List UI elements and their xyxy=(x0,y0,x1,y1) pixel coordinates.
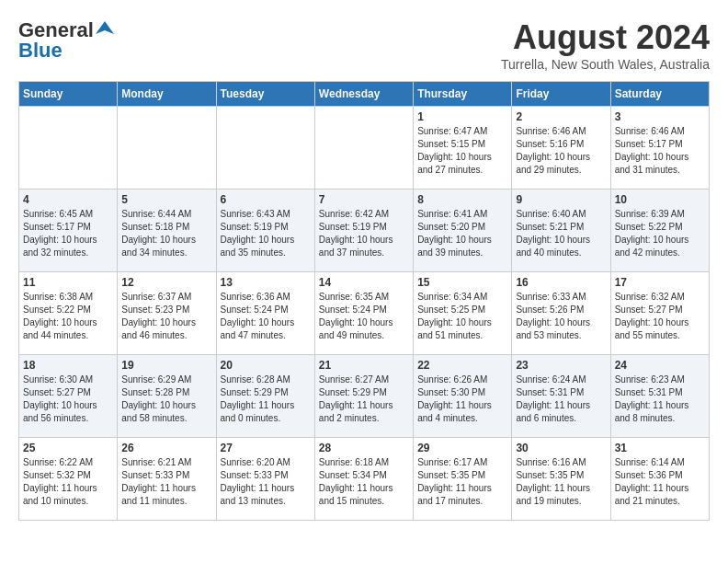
day-number: 20 xyxy=(221,359,311,372)
week-row-3: 11Sunrise: 6:38 AMSunset: 5:22 PMDayligh… xyxy=(19,272,710,355)
day-info: Sunrise: 6:24 AMSunset: 5:31 PMDaylight:… xyxy=(516,373,606,425)
day-number: 23 xyxy=(516,359,606,372)
day-number: 6 xyxy=(221,193,311,206)
week-row-2: 4Sunrise: 6:45 AMSunset: 5:17 PMDaylight… xyxy=(19,190,710,272)
day-info: Sunrise: 6:36 AMSunset: 5:24 PMDaylight:… xyxy=(221,291,311,342)
day-info: Sunrise: 6:46 AMSunset: 5:17 PMDaylight:… xyxy=(615,125,705,177)
day-number: 2 xyxy=(516,110,606,123)
calendar-cell: 14Sunrise: 6:35 AMSunset: 5:24 PMDayligh… xyxy=(314,272,413,355)
calendar-cell: 24Sunrise: 6:23 AMSunset: 5:31 PMDayligh… xyxy=(610,355,709,438)
calendar-cell: 13Sunrise: 6:36 AMSunset: 5:24 PMDayligh… xyxy=(216,272,314,355)
day-info: Sunrise: 6:17 AMSunset: 5:35 PMDaylight:… xyxy=(417,456,507,508)
day-info: Sunrise: 6:47 AMSunset: 5:15 PMDaylight:… xyxy=(417,125,507,177)
calendar-cell: 6Sunrise: 6:43 AMSunset: 5:19 PMDaylight… xyxy=(216,190,314,272)
day-number: 1 xyxy=(417,110,507,123)
calendar-cell: 1Sunrise: 6:47 AMSunset: 5:15 PMDaylight… xyxy=(414,107,512,190)
day-info: Sunrise: 6:33 AMSunset: 5:26 PMDaylight:… xyxy=(516,291,606,342)
calendar-cell: 29Sunrise: 6:17 AMSunset: 5:35 PMDayligh… xyxy=(414,438,512,521)
calendar-cell: 19Sunrise: 6:29 AMSunset: 5:28 PMDayligh… xyxy=(118,355,216,438)
calendar-cell: 28Sunrise: 6:18 AMSunset: 5:34 PMDayligh… xyxy=(314,438,413,521)
day-number: 16 xyxy=(516,276,606,289)
day-info: Sunrise: 6:32 AMSunset: 5:27 PMDaylight:… xyxy=(615,291,705,342)
day-info: Sunrise: 6:16 AMSunset: 5:35 PMDaylight:… xyxy=(516,456,606,508)
day-info: Sunrise: 6:14 AMSunset: 5:36 PMDaylight:… xyxy=(615,456,705,508)
calendar-cell: 12Sunrise: 6:37 AMSunset: 5:23 PMDayligh… xyxy=(118,272,216,355)
calendar-cell: 22Sunrise: 6:26 AMSunset: 5:30 PMDayligh… xyxy=(414,355,512,438)
day-number: 11 xyxy=(23,276,113,289)
calendar-cell: 8Sunrise: 6:41 AMSunset: 5:20 PMDaylight… xyxy=(414,190,512,272)
day-info: Sunrise: 6:23 AMSunset: 5:31 PMDaylight:… xyxy=(615,373,705,425)
calendar-cell: 2Sunrise: 6:46 AMSunset: 5:16 PMDaylight… xyxy=(512,107,610,190)
day-info: Sunrise: 6:43 AMSunset: 5:19 PMDaylight:… xyxy=(221,208,311,259)
calendar-cell: 9Sunrise: 6:40 AMSunset: 5:21 PMDaylight… xyxy=(512,190,610,272)
day-number: 27 xyxy=(221,442,311,454)
day-info: Sunrise: 6:27 AMSunset: 5:29 PMDaylight:… xyxy=(319,373,409,425)
day-number: 24 xyxy=(615,359,705,372)
logo: General Blue xyxy=(18,18,114,63)
day-number: 10 xyxy=(615,193,705,206)
day-info: Sunrise: 6:22 AMSunset: 5:32 PMDaylight:… xyxy=(23,456,113,508)
day-number: 29 xyxy=(417,442,507,454)
calendar-cell: 31Sunrise: 6:14 AMSunset: 5:36 PMDayligh… xyxy=(610,438,709,521)
title-block: August 2024 Turrella, New South Wales, A… xyxy=(501,18,710,72)
day-number: 12 xyxy=(121,276,211,289)
day-info: Sunrise: 6:34 AMSunset: 5:25 PMDaylight:… xyxy=(417,291,507,342)
week-row-5: 25Sunrise: 6:22 AMSunset: 5:32 PMDayligh… xyxy=(19,438,710,521)
day-number: 19 xyxy=(121,359,211,372)
page-header: General Blue August 2024 Turrella, New S… xyxy=(18,18,710,72)
day-number: 17 xyxy=(615,276,705,289)
day-info: Sunrise: 6:41 AMSunset: 5:20 PMDaylight:… xyxy=(417,208,507,259)
calendar-cell: 15Sunrise: 6:34 AMSunset: 5:25 PMDayligh… xyxy=(414,272,512,355)
calendar-cell: 23Sunrise: 6:24 AMSunset: 5:31 PMDayligh… xyxy=(512,355,610,438)
day-number: 5 xyxy=(121,193,211,206)
calendar-cell: 16Sunrise: 6:33 AMSunset: 5:26 PMDayligh… xyxy=(512,272,610,355)
day-info: Sunrise: 6:38 AMSunset: 5:22 PMDaylight:… xyxy=(23,291,113,342)
calendar-cell: 3Sunrise: 6:46 AMSunset: 5:17 PMDaylight… xyxy=(610,107,709,190)
calendar-cell: 20Sunrise: 6:28 AMSunset: 5:29 PMDayligh… xyxy=(216,355,314,438)
day-info: Sunrise: 6:37 AMSunset: 5:23 PMDaylight:… xyxy=(121,291,211,342)
calendar-cell: 11Sunrise: 6:38 AMSunset: 5:22 PMDayligh… xyxy=(19,272,118,355)
day-number: 25 xyxy=(23,442,113,454)
day-number: 30 xyxy=(516,442,606,454)
column-header-monday: Monday xyxy=(118,82,216,107)
day-info: Sunrise: 6:46 AMSunset: 5:16 PMDaylight:… xyxy=(516,125,606,177)
calendar-table: SundayMondayTuesdayWednesdayThursdayFrid… xyxy=(18,81,710,521)
day-info: Sunrise: 6:42 AMSunset: 5:19 PMDaylight:… xyxy=(319,208,409,259)
calendar-cell: 25Sunrise: 6:22 AMSunset: 5:32 PMDayligh… xyxy=(19,438,118,521)
calendar-cell xyxy=(314,107,413,190)
day-info: Sunrise: 6:40 AMSunset: 5:21 PMDaylight:… xyxy=(516,208,606,259)
day-number: 28 xyxy=(319,442,409,454)
day-number: 4 xyxy=(23,193,113,206)
day-number: 31 xyxy=(615,442,705,454)
day-info: Sunrise: 6:26 AMSunset: 5:30 PMDaylight:… xyxy=(417,373,507,425)
day-info: Sunrise: 6:30 AMSunset: 5:27 PMDaylight:… xyxy=(23,373,113,425)
column-header-thursday: Thursday xyxy=(414,82,512,107)
column-header-sunday: Sunday xyxy=(19,82,118,107)
day-info: Sunrise: 6:18 AMSunset: 5:34 PMDaylight:… xyxy=(319,456,409,508)
calendar-cell: 18Sunrise: 6:30 AMSunset: 5:27 PMDayligh… xyxy=(19,355,118,438)
week-row-4: 18Sunrise: 6:30 AMSunset: 5:27 PMDayligh… xyxy=(19,355,710,438)
logo-text-blue: Blue xyxy=(18,39,63,63)
day-info: Sunrise: 6:28 AMSunset: 5:29 PMDaylight:… xyxy=(221,373,311,425)
day-number: 3 xyxy=(615,110,705,123)
day-number: 26 xyxy=(121,442,211,454)
location-subtitle: Turrella, New South Wales, Australia xyxy=(501,57,710,72)
column-header-tuesday: Tuesday xyxy=(216,82,314,107)
day-number: 21 xyxy=(319,359,409,372)
day-number: 9 xyxy=(516,193,606,206)
day-number: 22 xyxy=(417,359,507,372)
calendar-cell xyxy=(19,107,118,190)
day-info: Sunrise: 6:35 AMSunset: 5:24 PMDaylight:… xyxy=(319,291,409,342)
day-number: 13 xyxy=(221,276,311,289)
day-number: 18 xyxy=(23,359,113,372)
column-header-friday: Friday xyxy=(512,82,610,107)
calendar-cell xyxy=(216,107,314,190)
column-header-wednesday: Wednesday xyxy=(314,82,413,107)
calendar-cell: 7Sunrise: 6:42 AMSunset: 5:19 PMDaylight… xyxy=(314,190,413,272)
calendar-cell xyxy=(118,107,216,190)
week-row-1: 1Sunrise: 6:47 AMSunset: 5:15 PMDaylight… xyxy=(19,107,710,190)
day-info: Sunrise: 6:20 AMSunset: 5:33 PMDaylight:… xyxy=(221,456,311,508)
calendar-header-row: SundayMondayTuesdayWednesdayThursdayFrid… xyxy=(19,82,710,107)
column-header-saturday: Saturday xyxy=(610,82,709,107)
day-info: Sunrise: 6:44 AMSunset: 5:18 PMDaylight:… xyxy=(121,208,211,259)
